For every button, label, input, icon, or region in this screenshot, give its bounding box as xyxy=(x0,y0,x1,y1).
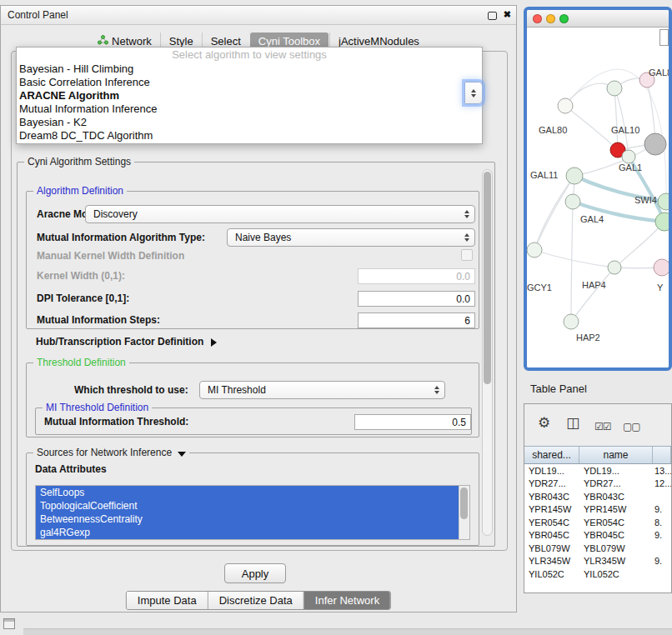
aracne-mode-select[interactable]: Discovery xyxy=(85,205,475,223)
tab-discretize-data[interactable]: Discretize Data xyxy=(208,592,303,609)
threshold-definition-title: Threshold Definition xyxy=(33,357,129,369)
hub-section-toggle[interactable]: Hub/Transcription Factor Definition xyxy=(36,336,217,348)
network-node[interactable] xyxy=(655,212,669,231)
algorithm-option[interactable]: Mutual Information Inference xyxy=(17,102,482,116)
column-header-name[interactable]: name xyxy=(579,447,653,463)
node-label: HAP4 xyxy=(582,280,606,290)
algorithm-option[interactable]: ARACNE Algorithm xyxy=(17,89,482,102)
traffic-light-minimize-icon[interactable] xyxy=(546,14,555,23)
sources-title-text: Sources for Network Inference xyxy=(37,447,172,458)
node-label: GAL80 xyxy=(539,125,567,135)
select-none-icon[interactable]: ▢▢ xyxy=(623,418,640,435)
network-node[interactable] xyxy=(607,81,622,96)
columns-icon[interactable]: ◫ xyxy=(566,415,579,432)
network-node[interactable] xyxy=(654,259,669,276)
table-cell: YBL079W xyxy=(579,543,653,553)
float-window-icon[interactable] xyxy=(488,12,497,20)
cyni-algorithm-settings-group: Cyni Algorithm Settings Algorithm Defini… xyxy=(17,162,495,547)
scrollbar-thumb[interactable] xyxy=(484,172,491,384)
desktop: Control Panel ✖ Network Style Select Cyn… xyxy=(0,0,672,635)
algorithm-option[interactable]: Basic Correlation Inference xyxy=(17,76,482,89)
gear-icon[interactable]: ⚙ xyxy=(538,415,550,432)
table-cell: YPR145W xyxy=(579,504,653,514)
table-cell: YER054C xyxy=(524,518,579,528)
table-cell: YBR045C xyxy=(524,530,579,540)
mi-steps-label: Mutual Information Steps: xyxy=(37,314,160,326)
algorithm-option[interactable]: Dream8 DC_TDC Algorithm xyxy=(17,129,482,142)
algorithm-option[interactable]: Bayesian - K2 xyxy=(17,116,482,129)
mi-algorithm-type-select[interactable]: Naive Bayes xyxy=(227,228,475,247)
data-attribute-item[interactable]: BetweennessCentrality xyxy=(36,512,459,526)
mi-steps-field[interactable]: 6 xyxy=(358,312,475,328)
algorithm-combo-focus[interactable] xyxy=(464,82,483,104)
apply-button[interactable]: Apply xyxy=(224,563,286,583)
control-panel-titlebar[interactable]: Control Panel ✖ xyxy=(1,6,516,25)
network-node[interactable] xyxy=(565,194,580,209)
stepper-icon xyxy=(429,382,444,398)
algorithm-popup-list: Bayesian - Hill ClimbingBasic Correlatio… xyxy=(17,62,482,142)
network-node[interactable] xyxy=(622,150,635,163)
network-node[interactable] xyxy=(558,98,573,113)
network-canvas[interactable]: GAL8GAL80GAL10GAL11GAL1SWI4GAL4GCY1HAP4Y… xyxy=(527,28,669,368)
table-cell: YLR345W xyxy=(579,556,653,566)
table-cell: YIL052C xyxy=(524,569,579,579)
table-row[interactable]: YBL079WYBL079W xyxy=(524,542,671,555)
docked-panel-icon[interactable] xyxy=(3,618,15,629)
table-cell: 12... xyxy=(653,478,671,488)
data-attribute-item[interactable]: gal4RGexp xyxy=(36,526,459,539)
close-icon[interactable]: ✖ xyxy=(504,9,511,20)
column-header-extra[interactable] xyxy=(653,447,671,463)
traffic-light-zoom-icon[interactable] xyxy=(559,14,569,23)
algorithm-definition-title: Algorithm Definition xyxy=(33,185,127,198)
scrollbar-thumb[interactable] xyxy=(460,488,468,519)
table-row[interactable]: YDL19...YDL19...13... xyxy=(524,464,671,478)
table-row[interactable]: YIL052CYIL052C xyxy=(524,568,671,581)
table-cell: YER054C xyxy=(579,518,653,528)
mi-threshold-field[interactable]: 0.5 xyxy=(354,414,471,430)
overview-box[interactable] xyxy=(659,29,669,46)
network-node[interactable] xyxy=(566,168,583,184)
algorithm-option[interactable]: Bayesian - Hill Climbing xyxy=(17,62,482,76)
traffic-light-close-icon[interactable] xyxy=(533,14,542,23)
table-panel-title: Table Panel xyxy=(530,382,587,395)
dpi-tolerance-label: DPI Tolerance [0,1]: xyxy=(37,292,129,304)
expand-arrow-icon xyxy=(211,338,217,347)
data-attributes-list[interactable]: SelfLoopsTopologicalCoefficientBetweenne… xyxy=(35,485,470,540)
network-window-titlebar[interactable] xyxy=(527,10,669,28)
tab-label: Network xyxy=(112,35,152,48)
sources-title[interactable]: Sources for Network Inference xyxy=(33,447,189,459)
table-row[interactable]: YBR043CYBR043C xyxy=(524,490,671,503)
manual-kernel-width-label: Manual Kernel Width Definition xyxy=(37,250,184,262)
column-header-shared-name[interactable]: shared... xyxy=(524,447,579,463)
attributes-scrollbar[interactable] xyxy=(459,486,469,539)
table-row[interactable]: YLR345WYLR345W9. xyxy=(524,555,671,568)
dpi-tolerance-field[interactable]: 0.0 xyxy=(358,291,475,307)
table-row[interactable]: YDR27...YDR27...12... xyxy=(524,478,671,491)
tab-infer-network[interactable]: Infer Network xyxy=(303,592,390,609)
settings-scrollbar[interactable] xyxy=(482,169,493,536)
kernel-width-label: Kernel Width (0,1): xyxy=(37,270,125,282)
data-attribute-item[interactable]: SelfLoops xyxy=(36,486,459,499)
table-row[interactable]: YER054CYER054C8. xyxy=(524,516,671,529)
kernel-width-field[interactable]: 0.0 xyxy=(358,268,475,284)
node-label: SWI4 xyxy=(634,195,657,205)
select-all-icon[interactable]: ☑☑ xyxy=(594,418,611,435)
stepper-icon xyxy=(459,229,474,246)
table-row[interactable]: YBR045CYBR045C9. xyxy=(524,529,671,542)
table-row[interactable]: YPR145WYPR145W9. xyxy=(524,503,671,517)
control-panel-window: Control Panel ✖ Network Style Select Cyn… xyxy=(0,5,517,612)
table-header: shared... name xyxy=(524,446,671,464)
manual-kernel-width-checkbox[interactable] xyxy=(461,249,473,261)
network-node[interactable] xyxy=(644,133,666,155)
table-cell: YIL052C xyxy=(579,569,653,579)
data-attribute-item[interactable]: TopologicalCoefficient xyxy=(36,499,459,512)
network-edge xyxy=(571,268,614,322)
mi-algorithm-type-label: Mutual Information Algorithm Type: xyxy=(37,232,205,243)
network-node[interactable] xyxy=(564,314,579,329)
network-node[interactable] xyxy=(527,242,542,258)
algorithm-dropdown-popup: Select algorithm to view settings Bayesi… xyxy=(16,47,483,144)
tab-impute-data[interactable]: Impute Data xyxy=(127,592,208,609)
network-window[interactable]: GAL8GAL80GAL10GAL11GAL1SWI4GAL4GCY1HAP4Y… xyxy=(524,7,672,371)
which-threshold-select[interactable]: MI Threshold xyxy=(199,381,445,399)
network-node[interactable] xyxy=(608,261,621,274)
